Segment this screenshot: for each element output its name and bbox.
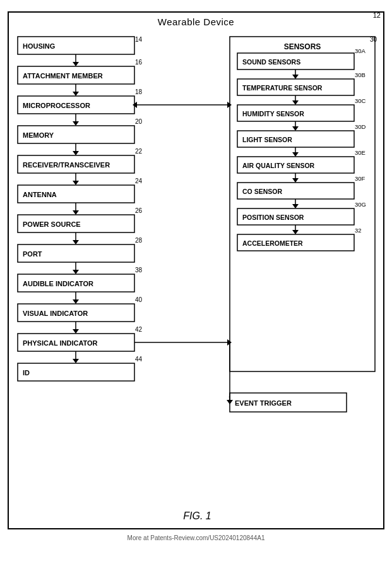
fig-label: FIG. 1 [9,510,386,522]
diagram-title: Wearable Device [9,13,383,30]
bottom-text: More at Patents-Review.com/US20240120844… [6,534,386,541]
svg-text:ACCELEROMETER: ACCELEROMETER [242,239,303,247]
svg-text:AUDIBLE INDICATOR: AUDIBLE INDICATOR [23,280,93,287]
svg-marker-54 [73,359,79,363]
svg-text:PORT: PORT [23,250,42,258]
svg-text:EVENT TRIGGER: EVENT TRIGGER [235,399,292,407]
svg-marker-14 [73,121,79,126]
svg-text:30D: 30D [355,123,366,130]
svg-text:HOUSING: HOUSING [23,42,55,50]
svg-text:30E: 30E [355,149,365,156]
svg-text:ANTENNA: ANTENNA [23,191,57,198]
svg-text:30G: 30G [355,201,366,208]
svg-marker-24 [73,181,79,185]
svg-text:14: 14 [135,36,143,43]
svg-text:42: 42 [135,326,143,333]
svg-text:MEMORY: MEMORY [23,131,54,139]
svg-text:PHYSICAL INDICATOR: PHYSICAL INDICATOR [23,339,98,347]
page: 12 Wearable Device HOUSING 14 16 ATTACHM… [0,0,392,561]
outer-border: 12 Wearable Device HOUSING 14 16 ATTACHM… [8,11,384,529]
svg-marker-34 [73,240,79,244]
svg-text:30F: 30F [355,175,365,182]
svg-marker-19 [73,151,79,155]
svg-text:RECEIVER/TRANSCEIVER: RECEIVER/TRANSCEIVER [23,161,110,169]
svg-text:SOUND SENSORS: SOUND SENSORS [242,58,300,66]
svg-text:24: 24 [135,178,143,184]
svg-text:22: 22 [135,148,143,155]
diagram-svg: HOUSING 14 16 ATTACHMENT MEMBER 18 MICRO… [9,32,386,528]
svg-text:26: 26 [135,207,143,214]
svg-text:40: 40 [135,296,143,303]
svg-text:MICROPROCESSOR: MICROPROCESSOR [23,102,90,109]
svg-text:ID: ID [23,369,30,377]
svg-text:30B: 30B [355,71,365,78]
outer-ref: 12 [373,11,381,19]
svg-text:30A: 30A [355,47,366,54]
svg-text:32: 32 [355,227,362,234]
svg-marker-49 [73,329,79,334]
svg-text:16: 16 [135,59,143,66]
svg-text:28: 28 [135,237,143,244]
svg-text:POWER SOURCE: POWER SOURCE [23,220,81,228]
svg-text:ATTACHMENT MEMBER: ATTACHMENT MEMBER [23,72,103,80]
svg-text:VISUAL INDICATOR: VISUAL INDICATOR [23,310,88,317]
svg-text:HUMIDITY SENSOR: HUMIDITY SENSOR [242,110,304,118]
svg-marker-39 [73,270,79,274]
svg-rect-56 [18,363,134,381]
svg-marker-29 [73,210,79,215]
svg-marker-9 [73,92,79,96]
svg-text:CO SENSOR: CO SENSOR [242,188,282,195]
svg-marker-4 [73,62,79,66]
svg-text:TEMPERATURE SENSOR: TEMPERATURE SENSOR [242,84,323,92]
svg-text:LIGHT SENSOR: LIGHT SENSOR [242,136,292,143]
svg-text:18: 18 [135,88,143,95]
svg-marker-44 [73,299,79,304]
svg-text:38: 38 [135,267,143,274]
svg-text:30C: 30C [355,97,366,104]
svg-text:30: 30 [370,36,377,43]
svg-text:SENSORS: SENSORS [284,42,321,51]
svg-text:20: 20 [135,118,143,125]
svg-text:AIR QUALITY SENSOR: AIR QUALITY SENSOR [242,162,315,169]
svg-text:44: 44 [135,356,143,363]
svg-text:POSITION SENSOR: POSITION SENSOR [242,214,304,221]
